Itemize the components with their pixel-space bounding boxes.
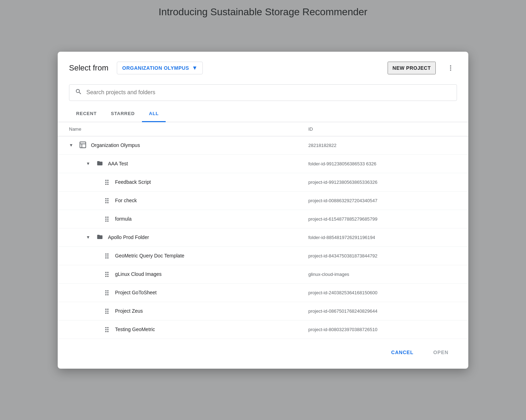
row-id: folder-id-8854819726291196194 bbox=[308, 235, 457, 240]
svg-point-28 bbox=[105, 257, 107, 259]
column-header-id: ID bbox=[308, 126, 457, 132]
collapse-icon: ▼ bbox=[69, 143, 73, 148]
svg-point-7 bbox=[107, 180, 109, 181]
table-row[interactable]: Testing GeoMetric project-id-80803239703… bbox=[58, 320, 468, 339]
svg-point-48 bbox=[105, 327, 107, 328]
project-icon bbox=[103, 288, 111, 297]
row-id: project-id-8434750381873844792 bbox=[308, 253, 457, 259]
svg-rect-3 bbox=[80, 142, 86, 148]
project-icon bbox=[103, 270, 111, 279]
project-icon bbox=[103, 196, 111, 205]
row-name-for-check: For check bbox=[69, 196, 308, 205]
project-icon bbox=[103, 215, 111, 223]
project-icon bbox=[103, 178, 111, 187]
svg-point-53 bbox=[107, 331, 109, 332]
svg-point-43 bbox=[107, 308, 109, 310]
svg-point-47 bbox=[107, 312, 109, 314]
table-row[interactable]: Project Zeus project-id-0867501768240829… bbox=[58, 302, 468, 320]
column-header-name: Name bbox=[69, 126, 308, 132]
row-name-formula: formula bbox=[69, 215, 308, 223]
row-name-geometric-query: GeoMetric Query Doc Template bbox=[69, 251, 308, 260]
row-id: project-id-9912380563865336326 bbox=[308, 180, 457, 185]
project-selector-dialog: Select from ORGANIZATION OLYMPUS ▼ NEW P… bbox=[58, 52, 468, 369]
svg-point-36 bbox=[105, 290, 107, 291]
row-label: Project Zeus bbox=[115, 308, 143, 314]
row-label: AAA Test bbox=[108, 161, 128, 166]
svg-point-11 bbox=[107, 183, 109, 185]
svg-point-17 bbox=[107, 202, 109, 203]
search-input[interactable] bbox=[86, 89, 451, 96]
row-name-aaa-test: ▼ AAA Test bbox=[69, 160, 308, 168]
svg-point-16 bbox=[105, 202, 107, 203]
row-label: gLinux Cloud Images bbox=[115, 271, 162, 277]
svg-point-21 bbox=[107, 218, 109, 220]
svg-point-42 bbox=[105, 308, 107, 310]
table-row[interactable]: Feedback Script project-id-9912380563865… bbox=[58, 173, 468, 192]
svg-point-19 bbox=[107, 216, 109, 218]
org-selector-button[interactable]: ORGANIZATION OLYMPUS ▼ bbox=[117, 62, 203, 74]
svg-point-1 bbox=[450, 67, 451, 68]
table-row[interactable]: ▼ Organization Olympus 28218182822 bbox=[58, 136, 468, 155]
svg-point-49 bbox=[107, 327, 109, 328]
svg-point-26 bbox=[105, 255, 107, 257]
svg-point-30 bbox=[105, 272, 107, 273]
new-project-button[interactable]: NEW PROJECT bbox=[388, 62, 436, 74]
table-row[interactable]: GeoMetric Query Doc Template project-id-… bbox=[58, 247, 468, 265]
svg-point-24 bbox=[105, 253, 107, 255]
svg-point-51 bbox=[107, 329, 109, 330]
svg-point-8 bbox=[105, 182, 107, 183]
svg-point-22 bbox=[105, 220, 107, 222]
row-id: 28218182822 bbox=[308, 143, 457, 148]
projects-table: Name ID ▼ Organization Olympus bbox=[58, 122, 468, 339]
project-icon bbox=[103, 251, 111, 260]
svg-point-13 bbox=[107, 198, 109, 199]
row-name-testing-geometric: Testing GeoMetric bbox=[69, 325, 308, 334]
svg-point-29 bbox=[107, 257, 109, 259]
svg-point-37 bbox=[107, 290, 109, 291]
tab-recent[interactable]: RECENT bbox=[69, 107, 104, 122]
dialog-title: Select from bbox=[69, 63, 108, 73]
row-label: formula bbox=[115, 216, 132, 222]
row-name-apollo-prod: ▼ Apollo Prod Folder bbox=[69, 234, 308, 241]
table-row[interactable]: Project GoToSheet project-id-24038253641… bbox=[58, 284, 468, 302]
project-icon bbox=[103, 325, 111, 334]
svg-point-41 bbox=[107, 294, 109, 295]
svg-point-39 bbox=[107, 292, 109, 294]
row-id: project-id-6154877885279685799 bbox=[308, 216, 457, 222]
svg-point-40 bbox=[105, 294, 107, 295]
tab-starred[interactable]: STARRED bbox=[104, 107, 142, 122]
row-id: project-id-0088632927204340547 bbox=[308, 198, 457, 203]
svg-point-12 bbox=[105, 198, 107, 199]
row-id: project-id-8080323970388726510 bbox=[308, 327, 457, 332]
search-box bbox=[69, 84, 457, 101]
table-row[interactable]: formula project-id-6154877885279685799 bbox=[58, 210, 468, 228]
row-label: Testing GeoMetric bbox=[115, 327, 155, 332]
table-row[interactable]: For check project-id-0088632927204340547 bbox=[58, 192, 468, 210]
row-name-zeus: Project Zeus bbox=[69, 307, 308, 316]
more-vert-icon bbox=[447, 64, 454, 72]
svg-point-35 bbox=[107, 276, 109, 277]
svg-point-15 bbox=[107, 200, 109, 202]
row-label: Apollo Prod Folder bbox=[108, 234, 149, 240]
org-icon bbox=[79, 141, 87, 150]
table-row[interactable]: gLinux Cloud Images glinux-cloud-images bbox=[58, 265, 468, 284]
svg-point-14 bbox=[105, 200, 107, 202]
svg-point-45 bbox=[107, 311, 109, 312]
row-id: project-id-0867501768240829644 bbox=[308, 308, 457, 314]
svg-point-38 bbox=[105, 292, 107, 294]
row-label: Project GoToSheet bbox=[115, 290, 157, 295]
more-options-button[interactable] bbox=[444, 62, 457, 74]
table-row[interactable]: ▼ AAA Test folder-id-991238056386533 632… bbox=[58, 155, 468, 173]
open-button[interactable]: OPEN bbox=[425, 346, 457, 359]
cancel-button[interactable]: CANCEL bbox=[383, 346, 422, 359]
table-row[interactable]: ▼ Apollo Prod Folder folder-id-885481972… bbox=[58, 228, 468, 247]
row-label: GeoMetric Query Doc Template bbox=[115, 253, 184, 259]
tab-all[interactable]: ALL bbox=[142, 107, 166, 122]
dialog-header: Select from ORGANIZATION OLYMPUS ▼ NEW P… bbox=[58, 52, 468, 81]
svg-point-6 bbox=[105, 180, 107, 181]
svg-point-20 bbox=[105, 218, 107, 220]
svg-point-50 bbox=[105, 329, 107, 330]
folder-icon bbox=[96, 234, 104, 241]
row-id: folder-id-991238056386533 6326 bbox=[308, 161, 457, 166]
svg-point-2 bbox=[450, 69, 451, 70]
